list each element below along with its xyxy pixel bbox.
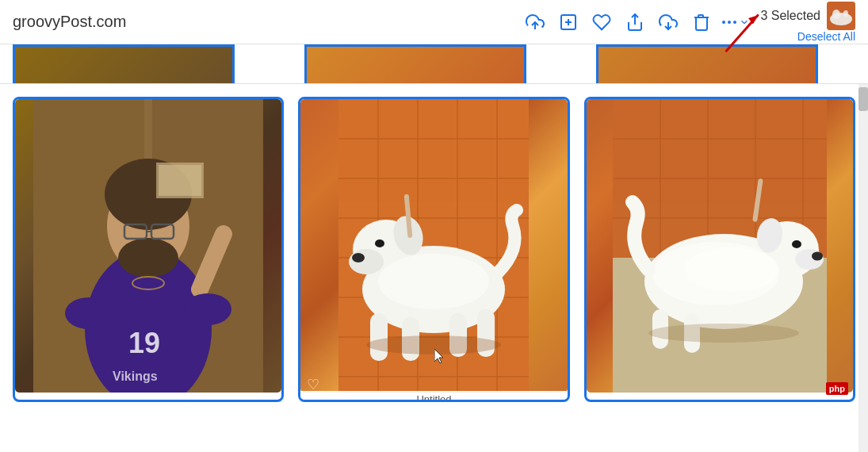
svg-point-50	[375, 239, 384, 247]
photo-card-3[interactable]: php	[584, 97, 855, 402]
svg-point-79	[648, 324, 799, 343]
header: groovyPost.com	[0, 0, 868, 44]
photo-2-content	[338, 99, 529, 393]
upload-button[interactable]	[519, 6, 551, 38]
top-photo-strip	[0, 44, 868, 84]
download-icon	[659, 13, 678, 32]
share-button[interactable]	[619, 6, 651, 38]
svg-point-72	[792, 240, 801, 248]
album-add-icon	[559, 13, 578, 32]
svg-point-24	[118, 238, 178, 278]
photo-2-caption: Untitled	[300, 391, 567, 402]
toolbar-icons	[519, 6, 751, 38]
share-icon	[625, 13, 644, 32]
deselect-all-link[interactable]: Deselect All	[797, 30, 855, 43]
photo-3-canvas	[587, 99, 853, 393]
photo-1-canvas: 19 Vikings	[15, 99, 281, 393]
photo-card-2[interactable]: ♡ Untitled	[298, 97, 569, 402]
svg-rect-52	[370, 313, 388, 361]
scrollbar-thumb[interactable]	[858, 87, 868, 111]
scrollbar[interactable]	[858, 84, 868, 452]
header-right: 3 Selected Deselect All	[519, 2, 855, 43]
svg-point-11	[832, 10, 840, 19]
photo-grid: 19 Vikings	[0, 84, 868, 415]
download-button[interactable]	[652, 6, 684, 38]
upload-cloud-icon	[526, 13, 545, 32]
favorite-button[interactable]	[586, 6, 618, 38]
svg-point-33	[184, 293, 231, 325]
svg-point-57	[378, 254, 489, 309]
more-icon	[720, 13, 739, 32]
selection-info: 3 Selected Deselect All	[760, 2, 855, 43]
svg-text:19: 19	[128, 327, 160, 359]
strip-photo-3[interactable]	[596, 44, 818, 84]
photo-2-canvas	[300, 99, 567, 393]
svg-point-78	[684, 247, 779, 292]
svg-point-12	[843, 10, 848, 17]
heart-icon	[592, 13, 611, 32]
selection-count-text: 3 Selected	[760, 9, 820, 23]
album-add-button[interactable]	[553, 6, 584, 38]
strip-photo-1[interactable]	[13, 44, 235, 84]
selection-count: 3 Selected	[760, 2, 855, 30]
photo-3-badge: php	[826, 382, 848, 395]
chevron-down-icon	[739, 17, 750, 28]
svg-point-7	[734, 21, 736, 23]
delete-button[interactable]	[686, 6, 717, 38]
photo-card-1[interactable]: 19 Vikings	[13, 97, 284, 402]
more-button[interactable]	[719, 6, 751, 38]
site-logo: groovyPost.com	[13, 13, 126, 31]
svg-point-6	[728, 21, 730, 23]
svg-point-58	[366, 335, 501, 354]
svg-point-48	[349, 249, 384, 274]
photo-3-content	[613, 99, 827, 393]
svg-point-49	[352, 253, 365, 262]
strip-photo-2[interactable]	[304, 44, 526, 84]
photo-1-content: 19 Vikings	[33, 99, 263, 393]
svg-text:Vikings: Vikings	[113, 370, 158, 383]
trash-icon	[692, 13, 711, 32]
svg-point-32	[65, 297, 113, 329]
svg-point-8	[723, 21, 725, 23]
thumb-preview	[827, 2, 855, 30]
svg-rect-31	[159, 165, 201, 196]
svg-point-71	[812, 252, 823, 261]
selection-thumbnail	[827, 2, 855, 30]
